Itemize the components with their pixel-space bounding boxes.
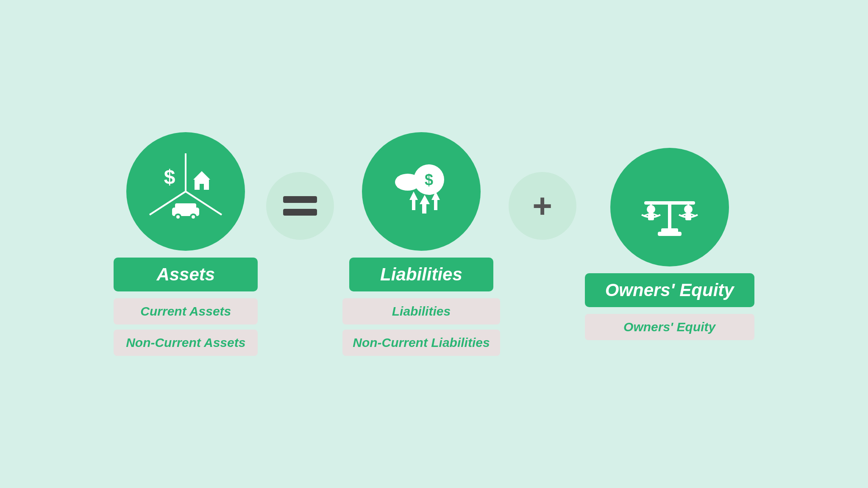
svg-marker-19 [420, 195, 430, 204]
equals-symbol [283, 196, 317, 216]
liabilities-sub-label-2: Non-Current Liabilities [342, 330, 500, 356]
svg-point-31 [684, 205, 693, 214]
owners-equity-block: Owners' Equity Owners' Equity [585, 148, 754, 340]
owners-equity-sub-labels: Owners' Equity [585, 314, 754, 340]
liabilities-label: Liabilities [349, 258, 493, 291]
svg-text:$: $ [425, 171, 433, 189]
assets-block: $ Assets Current Assets Non-Current [114, 132, 258, 356]
svg-rect-6 [200, 184, 204, 190]
svg-point-10 [176, 215, 180, 219]
assets-sub-labels: Current Assets Non-Current Assets [114, 298, 258, 356]
assets-sub-label-1: Current Assets [114, 298, 258, 324]
assets-label: Assets [114, 258, 258, 291]
svg-rect-16 [397, 176, 409, 188]
svg-rect-8 [175, 203, 196, 210]
svg-rect-23 [668, 203, 671, 233]
plus-operator: + [509, 172, 576, 240]
equation-container: $ Assets Current Assets Non-Current [0, 132, 868, 356]
owners-equity-icon-circle [610, 148, 729, 266]
svg-text:$: $ [164, 166, 175, 188]
svg-rect-22 [434, 200, 437, 210]
svg-point-29 [647, 205, 655, 214]
svg-rect-20 [422, 204, 426, 214]
assets-sub-label-2: Non-Current Assets [114, 330, 258, 356]
liabilities-svg-icon: $ [379, 149, 464, 234]
owners-equity-label: Owners' Equity [585, 273, 754, 307]
plus-symbol: + [532, 189, 552, 223]
svg-marker-4 [193, 171, 210, 180]
svg-rect-18 [412, 200, 415, 210]
svg-point-12 [192, 215, 195, 219]
equals-bar-bottom [283, 209, 317, 216]
liabilities-icon-circle: $ [362, 132, 481, 251]
liabilities-sub-labels: Liabilities Non-Current Liabilities [342, 298, 500, 356]
equals-operator [266, 172, 334, 240]
svg-rect-26 [644, 201, 695, 205]
svg-rect-25 [661, 228, 678, 233]
assets-icon-circle: $ [126, 132, 245, 251]
assets-svg-icon: $ [143, 149, 228, 234]
equals-bar-top [283, 196, 317, 203]
owners-equity-sub-label-1: Owners' Equity [585, 314, 754, 340]
svg-marker-17 [409, 191, 418, 200]
liabilities-sub-label-1: Liabilities [342, 298, 500, 324]
owners-equity-svg-icon [627, 165, 712, 250]
liabilities-block: $ Liabilities Liabili [342, 132, 500, 356]
